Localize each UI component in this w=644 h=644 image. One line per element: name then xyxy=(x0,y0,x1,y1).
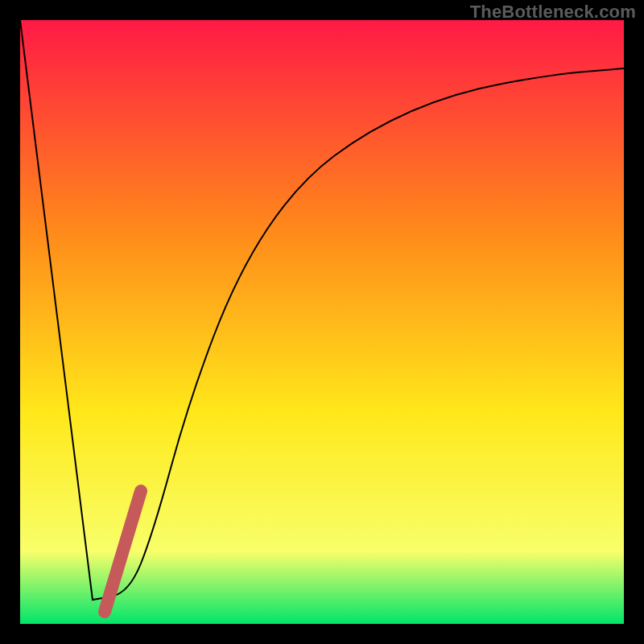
watermark-label: TheBottleneck.com xyxy=(470,2,636,23)
gradient-background xyxy=(20,20,624,624)
plot-area xyxy=(20,20,624,624)
bottleneck-plot xyxy=(20,20,624,624)
chart-frame: TheBottleneck.com xyxy=(0,0,644,644)
